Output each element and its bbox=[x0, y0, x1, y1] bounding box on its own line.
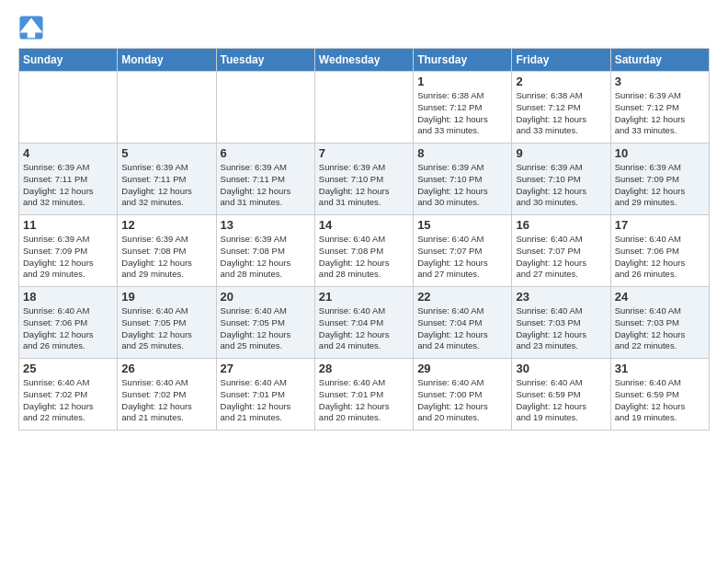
day-cell: 26Sunrise: 6:40 AM Sunset: 7:02 PM Dayli… bbox=[118, 359, 216, 431]
day-cell: 3Sunrise: 6:39 AM Sunset: 7:12 PM Daylig… bbox=[610, 72, 709, 144]
logo-icon bbox=[18, 15, 44, 40]
day-cell: 12Sunrise: 6:39 AM Sunset: 7:08 PM Dayli… bbox=[118, 215, 216, 287]
day-number: 3 bbox=[615, 75, 705, 88]
col-header-sunday: Sunday bbox=[19, 49, 118, 72]
day-number: 7 bbox=[319, 146, 409, 160]
day-info: Sunrise: 6:40 AM Sunset: 7:05 PM Dayligh… bbox=[221, 305, 311, 352]
day-info: Sunrise: 6:39 AM Sunset: 7:11 PM Dayligh… bbox=[23, 162, 113, 209]
day-number: 11 bbox=[23, 218, 113, 232]
day-info: Sunrise: 6:39 AM Sunset: 7:12 PM Dayligh… bbox=[615, 90, 705, 137]
day-cell: 20Sunrise: 6:40 AM Sunset: 7:05 PM Dayli… bbox=[216, 287, 314, 359]
day-cell: 9Sunrise: 6:39 AM Sunset: 7:10 PM Daylig… bbox=[512, 144, 610, 215]
day-number: 26 bbox=[121, 362, 211, 375]
day-cell: 8Sunrise: 6:39 AM Sunset: 7:10 PM Daylig… bbox=[414, 144, 512, 215]
day-info: Sunrise: 6:40 AM Sunset: 7:04 PM Dayligh… bbox=[417, 305, 507, 352]
day-cell: 23Sunrise: 6:40 AM Sunset: 7:03 PM Dayli… bbox=[512, 287, 610, 359]
day-number: 15 bbox=[417, 218, 507, 232]
day-cell bbox=[216, 72, 314, 144]
day-info: Sunrise: 6:39 AM Sunset: 7:08 PM Dayligh… bbox=[121, 234, 211, 281]
col-header-monday: Monday bbox=[118, 49, 216, 72]
day-cell: 28Sunrise: 6:40 AM Sunset: 7:01 PM Dayli… bbox=[314, 359, 413, 431]
day-number: 2 bbox=[516, 75, 606, 88]
col-header-thursday: Thursday bbox=[414, 49, 512, 72]
day-number: 9 bbox=[516, 146, 606, 160]
logo bbox=[18, 15, 48, 40]
day-cell: 14Sunrise: 6:40 AM Sunset: 7:08 PM Dayli… bbox=[314, 215, 413, 287]
day-cell: 18Sunrise: 6:40 AM Sunset: 7:06 PM Dayli… bbox=[19, 287, 118, 359]
day-cell: 30Sunrise: 6:40 AM Sunset: 6:59 PM Dayli… bbox=[512, 359, 610, 431]
day-info: Sunrise: 6:40 AM Sunset: 6:59 PM Dayligh… bbox=[615, 377, 705, 424]
day-cell: 21Sunrise: 6:40 AM Sunset: 7:04 PM Dayli… bbox=[314, 287, 413, 359]
day-info: Sunrise: 6:40 AM Sunset: 7:03 PM Dayligh… bbox=[516, 305, 606, 352]
day-info: Sunrise: 6:40 AM Sunset: 7:06 PM Dayligh… bbox=[615, 234, 705, 281]
day-info: Sunrise: 6:40 AM Sunset: 7:05 PM Dayligh… bbox=[121, 305, 211, 352]
day-info: Sunrise: 6:40 AM Sunset: 7:01 PM Dayligh… bbox=[221, 377, 311, 424]
day-number: 29 bbox=[417, 362, 507, 375]
day-info: Sunrise: 6:38 AM Sunset: 7:12 PM Dayligh… bbox=[417, 90, 507, 137]
day-cell: 4Sunrise: 6:39 AM Sunset: 7:11 PM Daylig… bbox=[19, 144, 118, 215]
day-cell: 19Sunrise: 6:40 AM Sunset: 7:05 PM Dayli… bbox=[118, 287, 216, 359]
day-info: Sunrise: 6:40 AM Sunset: 7:00 PM Dayligh… bbox=[417, 377, 507, 424]
day-cell: 22Sunrise: 6:40 AM Sunset: 7:04 PM Dayli… bbox=[414, 287, 512, 359]
day-number: 27 bbox=[221, 362, 311, 375]
week-row-4: 18Sunrise: 6:40 AM Sunset: 7:06 PM Dayli… bbox=[19, 287, 710, 359]
day-number: 16 bbox=[516, 218, 606, 232]
day-cell: 17Sunrise: 6:40 AM Sunset: 7:06 PM Dayli… bbox=[610, 215, 709, 287]
day-number: 23 bbox=[516, 290, 606, 304]
header-row bbox=[18, 15, 710, 40]
day-number: 28 bbox=[319, 362, 409, 375]
day-number: 4 bbox=[23, 146, 113, 160]
day-info: Sunrise: 6:40 AM Sunset: 7:02 PM Dayligh… bbox=[121, 377, 211, 424]
day-info: Sunrise: 6:40 AM Sunset: 7:07 PM Dayligh… bbox=[516, 234, 606, 281]
day-info: Sunrise: 6:40 AM Sunset: 7:01 PM Dayligh… bbox=[319, 377, 409, 424]
day-cell bbox=[19, 72, 118, 144]
week-row-5: 25Sunrise: 6:40 AM Sunset: 7:02 PM Dayli… bbox=[19, 359, 710, 431]
week-row-2: 4Sunrise: 6:39 AM Sunset: 7:11 PM Daylig… bbox=[19, 144, 710, 215]
header-row-days: SundayMondayTuesdayWednesdayThursdayFrid… bbox=[19, 49, 710, 72]
day-info: Sunrise: 6:39 AM Sunset: 7:09 PM Dayligh… bbox=[615, 162, 705, 209]
day-info: Sunrise: 6:39 AM Sunset: 7:10 PM Dayligh… bbox=[516, 162, 606, 209]
day-number: 8 bbox=[417, 146, 507, 160]
col-header-tuesday: Tuesday bbox=[216, 49, 314, 72]
day-info: Sunrise: 6:40 AM Sunset: 7:06 PM Dayligh… bbox=[23, 305, 113, 352]
day-cell: 15Sunrise: 6:40 AM Sunset: 7:07 PM Dayli… bbox=[414, 215, 512, 287]
day-cell: 7Sunrise: 6:39 AM Sunset: 7:10 PM Daylig… bbox=[314, 144, 413, 215]
day-number: 30 bbox=[516, 362, 606, 375]
day-number: 17 bbox=[615, 218, 705, 232]
day-cell: 24Sunrise: 6:40 AM Sunset: 7:03 PM Dayli… bbox=[610, 287, 709, 359]
day-info: Sunrise: 6:39 AM Sunset: 7:10 PM Dayligh… bbox=[417, 162, 507, 209]
day-number: 14 bbox=[319, 218, 409, 232]
day-info: Sunrise: 6:39 AM Sunset: 7:10 PM Dayligh… bbox=[319, 162, 409, 209]
day-cell bbox=[118, 72, 216, 144]
day-number: 6 bbox=[221, 146, 311, 160]
col-header-wednesday: Wednesday bbox=[314, 49, 413, 72]
svg-rect-2 bbox=[28, 29, 35, 38]
week-row-3: 11Sunrise: 6:39 AM Sunset: 7:09 PM Dayli… bbox=[19, 215, 710, 287]
day-info: Sunrise: 6:40 AM Sunset: 7:02 PM Dayligh… bbox=[23, 377, 113, 424]
col-header-saturday: Saturday bbox=[610, 49, 709, 72]
day-cell: 1Sunrise: 6:38 AM Sunset: 7:12 PM Daylig… bbox=[414, 72, 512, 144]
day-info: Sunrise: 6:39 AM Sunset: 7:09 PM Dayligh… bbox=[23, 234, 113, 281]
day-number: 18 bbox=[23, 290, 113, 304]
day-cell: 27Sunrise: 6:40 AM Sunset: 7:01 PM Dayli… bbox=[216, 359, 314, 431]
day-cell: 31Sunrise: 6:40 AM Sunset: 6:59 PM Dayli… bbox=[610, 359, 709, 431]
day-number: 1 bbox=[417, 75, 507, 88]
week-row-1: 1Sunrise: 6:38 AM Sunset: 7:12 PM Daylig… bbox=[19, 72, 710, 144]
day-info: Sunrise: 6:39 AM Sunset: 7:11 PM Dayligh… bbox=[221, 162, 311, 209]
day-info: Sunrise: 6:40 AM Sunset: 7:03 PM Dayligh… bbox=[615, 305, 705, 352]
day-cell: 11Sunrise: 6:39 AM Sunset: 7:09 PM Dayli… bbox=[19, 215, 118, 287]
day-info: Sunrise: 6:38 AM Sunset: 7:12 PM Dayligh… bbox=[516, 90, 606, 137]
day-number: 10 bbox=[615, 146, 705, 160]
day-number: 31 bbox=[615, 362, 705, 375]
day-number: 19 bbox=[121, 290, 211, 304]
day-cell bbox=[314, 72, 413, 144]
day-cell: 10Sunrise: 6:39 AM Sunset: 7:09 PM Dayli… bbox=[610, 144, 709, 215]
day-number: 5 bbox=[121, 146, 211, 160]
day-cell: 13Sunrise: 6:39 AM Sunset: 7:08 PM Dayli… bbox=[216, 215, 314, 287]
day-info: Sunrise: 6:40 AM Sunset: 7:07 PM Dayligh… bbox=[417, 234, 507, 281]
day-info: Sunrise: 6:40 AM Sunset: 6:59 PM Dayligh… bbox=[516, 377, 606, 424]
day-cell: 29Sunrise: 6:40 AM Sunset: 7:00 PM Dayli… bbox=[414, 359, 512, 431]
day-info: Sunrise: 6:39 AM Sunset: 7:11 PM Dayligh… bbox=[121, 162, 211, 209]
col-header-friday: Friday bbox=[512, 49, 610, 72]
day-cell: 2Sunrise: 6:38 AM Sunset: 7:12 PM Daylig… bbox=[512, 72, 610, 144]
